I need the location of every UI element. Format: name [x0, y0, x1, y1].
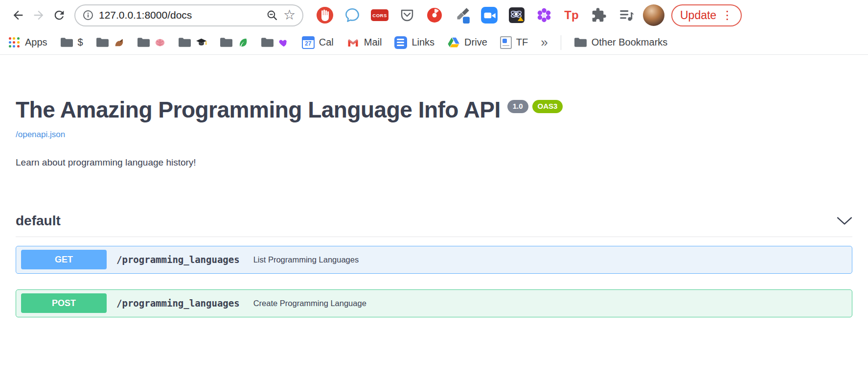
folder-icon — [261, 37, 274, 48]
oas3-badge: OAS3 — [532, 100, 563, 113]
zoom-camera-extension-icon[interactable] — [479, 4, 500, 26]
endpoint-summary: List Programming Languages — [253, 255, 359, 264]
bookmarks-bar: Apps $ — [0, 30, 868, 55]
bookmark-folder-dollar[interactable]: $ — [60, 37, 83, 48]
atom-icon — [508, 6, 525, 24]
avatar-image — [643, 4, 664, 26]
bookmark-tf[interactable]: TF — [500, 36, 528, 49]
address-bar[interactable]: 127.0.0.1:8000/docs ☆ — [74, 4, 303, 26]
red-shutter-icon — [426, 6, 443, 24]
method-badge-post: POST — [21, 293, 107, 313]
bookmark-links[interactable]: Links — [394, 36, 434, 49]
calendar-label: Cal — [319, 37, 334, 48]
bookmark-apps[interactable]: Apps — [8, 36, 47, 49]
version-badge: 1.0 — [507, 100, 528, 113]
apps-grid-icon — [8, 36, 21, 49]
folder-icon — [60, 37, 73, 48]
kebab-menu-icon: ⋮ — [721, 9, 733, 21]
pocket-extension-icon[interactable] — [396, 4, 418, 26]
tf-label: TF — [516, 37, 528, 48]
gmail-icon — [346, 37, 360, 48]
puzzle-icon — [591, 7, 607, 23]
folder-icon — [574, 37, 587, 48]
speech-bubble-icon — [343, 6, 362, 24]
apps-label: Apps — [25, 37, 47, 48]
swagger-ui: The Amazing Programming Language Info AP… — [0, 97, 868, 317]
reload-button[interactable] — [49, 5, 69, 25]
chat-bubble-extension-icon[interactable] — [342, 4, 363, 26]
endpoint-summary: Create Programming Language — [253, 299, 366, 308]
graduation-cap-emoji-icon — [196, 37, 207, 48]
forward-button[interactable] — [28, 5, 49, 25]
atom-extension-icon[interactable] — [506, 4, 527, 26]
bookmark-folder-horse[interactable] — [96, 37, 124, 48]
forward-arrow-icon — [32, 8, 46, 22]
page-title: The Amazing Programming Language Info AP… — [16, 97, 501, 123]
pocket-icon — [398, 6, 416, 24]
back-button[interactable] — [8, 5, 28, 25]
api-title-row: The Amazing Programming Language Info AP… — [16, 97, 852, 123]
update-label: Update — [680, 9, 716, 22]
stop-hand-extension-icon[interactable] — [314, 4, 336, 26]
video-camera-icon — [480, 6, 499, 24]
extensions-puzzle-button[interactable] — [588, 4, 610, 26]
playlist-icon — [618, 7, 635, 24]
tag-name: default — [16, 213, 61, 229]
dollar-label: $ — [78, 37, 83, 48]
eyedropper-extension-icon[interactable] — [451, 4, 473, 26]
calendar-day: 27 — [305, 40, 311, 48]
endpoint-path: /programming_languages — [116, 298, 240, 309]
url-text[interactable]: 127.0.0.1:8000/docs — [99, 9, 261, 21]
folder-icon — [137, 37, 150, 48]
opblock-get-programming-languages[interactable]: GET /programming_languages List Programm… — [16, 246, 852, 274]
tp-label: Tp — [564, 8, 578, 22]
browser-toolbar: 127.0.0.1:8000/docs ☆ CORS — [0, 0, 868, 30]
folder-icon — [96, 37, 109, 48]
cors-extension-icon[interactable]: CORS — [369, 4, 390, 26]
bookmark-drive[interactable]: Drive — [447, 37, 487, 48]
method-badge-get: GET — [21, 250, 107, 269]
chrome-update-button[interactable]: Update ⋮ — [671, 4, 742, 26]
eyedropper-icon — [453, 6, 471, 24]
hand-icon — [315, 5, 335, 25]
bookmark-mail[interactable]: Mail — [346, 37, 382, 48]
opblock-post-programming-languages[interactable]: POST /programming_languages Create Progr… — [16, 289, 852, 317]
bookmarks-bar-divider — [561, 35, 561, 50]
api-description: Learn about programming language history… — [16, 157, 852, 168]
red-shutter-extension-icon[interactable] — [424, 4, 445, 26]
mail-label: Mail — [364, 37, 382, 48]
drive-label: Drive — [464, 37, 487, 48]
bookmark-star-icon[interactable]: ☆ — [283, 8, 296, 22]
cors-badge: CORS — [371, 9, 388, 21]
tag-section-default[interactable]: default — [16, 213, 852, 237]
back-arrow-icon — [11, 8, 25, 22]
tp-extension-icon[interactable]: Tp — [561, 4, 582, 26]
chevron-down-icon[interactable] — [837, 216, 852, 225]
bookmark-other-bookmarks[interactable]: Other Bookmarks — [574, 37, 668, 48]
media-queue-button[interactable] — [616, 4, 637, 26]
bookmark-folder-purple-heart[interactable] — [261, 37, 289, 48]
links-label: Links — [411, 37, 434, 48]
purple-heart-emoji-icon — [278, 37, 289, 48]
bookmark-folder-herb[interactable] — [220, 37, 248, 48]
brain-emoji-icon — [155, 37, 165, 48]
links-icon — [394, 36, 407, 49]
openapi-json-link[interactable]: /openapi.json — [16, 130, 65, 140]
flower-icon — [536, 7, 552, 24]
tf-icon — [500, 36, 512, 49]
reload-icon — [52, 8, 66, 22]
purple-flower-extension-icon[interactable] — [533, 4, 555, 26]
info-icon[interactable] — [82, 9, 94, 21]
bookmark-folder-brain[interactable] — [137, 37, 165, 48]
zoom-icon[interactable] — [266, 9, 278, 22]
bookmark-folder-graduation[interactable] — [178, 37, 207, 48]
api-badges: 1.0 OAS3 — [507, 100, 563, 113]
drive-icon — [447, 37, 460, 48]
bookmark-calendar[interactable]: 27 Cal — [302, 36, 334, 49]
bookmarks-overflow-chevron[interactable]: » — [541, 35, 548, 50]
other-bookmarks-label: Other Bookmarks — [592, 37, 668, 48]
endpoint-path: /programming_languages — [116, 254, 240, 265]
herb-emoji-icon — [237, 37, 248, 48]
calendar-icon: 27 — [302, 36, 315, 49]
profile-avatar[interactable] — [643, 4, 664, 26]
